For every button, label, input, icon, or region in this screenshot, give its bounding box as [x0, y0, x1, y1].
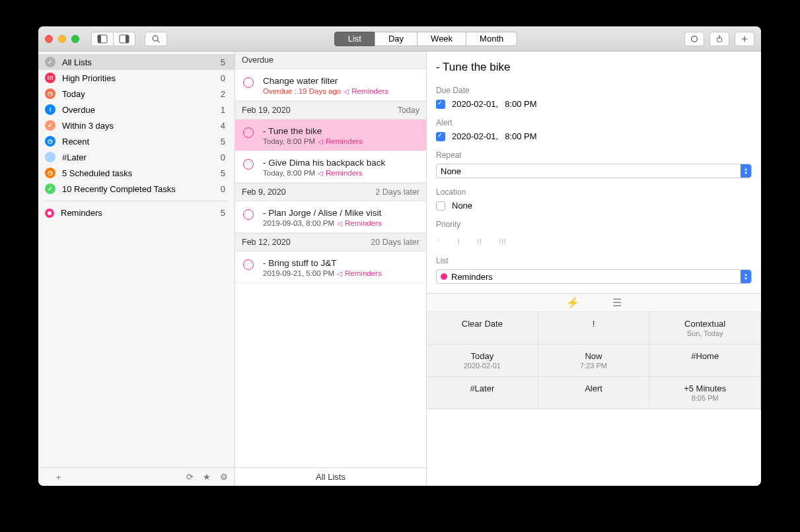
task-item-list[interactable]: Reminders: [345, 219, 382, 227]
sync-button[interactable]: [684, 32, 704, 46]
priority-field: Priority · ! !! !!!: [436, 220, 752, 251]
list-select[interactable]: Reminders ▲▼: [436, 269, 752, 284]
view-segmented-control: List Day Week Month: [334, 32, 518, 46]
priority-low[interactable]: !: [457, 237, 460, 247]
sidebar-item-label: #Later: [62, 152, 221, 162]
task-row[interactable]: - Plan Jorge / Alise / Mike visit 2019-0…: [235, 201, 426, 233]
due-time-value[interactable]: 8:00 PM: [505, 99, 536, 109]
quick-tabs: ⚡ ☰: [427, 294, 761, 312]
quick-cell--home[interactable]: #Home: [649, 345, 761, 377]
titlebar: List Day Week Month: [38, 26, 761, 51]
sidebar-item--later[interactable]: #Later 0: [38, 149, 235, 165]
close-button[interactable]: [45, 35, 53, 43]
task-title[interactable]: - Tune the bike: [427, 51, 761, 77]
refresh-button[interactable]: ⟳: [186, 472, 194, 482]
task-row[interactable]: Change water filter Overdue : 19 Days ag…: [235, 69, 426, 101]
sidebar-item-today[interactable]: ◷ Today 2: [38, 86, 235, 102]
view-week[interactable]: Week: [417, 32, 466, 46]
view-day[interactable]: Day: [375, 32, 418, 46]
sidebar-item-overdue[interactable]: ! Overdue 1: [38, 102, 235, 117]
task-complete-radio[interactable]: [243, 209, 254, 220]
sidebar-item-icon: !!!: [45, 73, 55, 83]
quick-cell--5-minutes[interactable]: +5 Minutes8:05 PM: [649, 377, 761, 409]
add-button[interactable]: [735, 32, 754, 46]
quick-cell-main: Clear Date: [429, 319, 535, 329]
task-item-list[interactable]: Reminders: [326, 169, 363, 177]
view-list[interactable]: List: [334, 32, 375, 46]
task-item-list[interactable]: Reminders: [351, 87, 388, 95]
quick-cell-today[interactable]: Today2020-02-01: [427, 345, 538, 377]
task-row[interactable]: - Give Dima his backpack back Today, 8:0…: [235, 151, 426, 183]
section-header: Feb 19, 2020Today: [235, 101, 426, 119]
task-item-list[interactable]: Reminders: [326, 137, 363, 145]
window-controls: [45, 35, 79, 43]
alert-label: Alert: [436, 118, 752, 127]
maximize-button[interactable]: [71, 35, 79, 43]
task-item-list[interactable]: Reminders: [345, 269, 382, 277]
sidebar-footer: ＋ ⟳ ★ ⚙: [38, 467, 235, 486]
sidebar-list-reminders[interactable]: Reminders 5: [38, 205, 235, 220]
quick-tab-lightning[interactable]: ⚡: [566, 296, 579, 309]
task-item-meta: Today, 8:00 PM ◁ Reminders: [263, 137, 419, 145]
quick-cell--[interactable]: !: [538, 312, 650, 345]
section-title: Overdue: [242, 55, 273, 65]
list-color-dot: [441, 273, 447, 280]
task-item-meta: Today, 8:00 PM ◁ Reminders: [263, 169, 419, 177]
priority-none[interactable]: ·: [437, 237, 440, 247]
add-list-button[interactable]: ＋: [54, 471, 63, 483]
sidebar-item-5-scheduled-tasks[interactable]: ◷ 5 Scheduled tasks 5: [38, 165, 235, 181]
sidebar-item-high-priorities[interactable]: !!! High Priorities 0: [38, 70, 235, 86]
sidebar-item-icon: ✓: [45, 120, 55, 131]
alert-checkbox[interactable]: [436, 132, 445, 141]
sidebar-item-10-recently-completed-tasks[interactable]: ✓ 10 Recently Completed Tasks 0: [38, 181, 235, 197]
sidebar-item-label: Within 3 days: [62, 121, 221, 131]
location-value: None: [452, 201, 472, 211]
minimize-button[interactable]: [58, 35, 66, 43]
share-button[interactable]: [709, 32, 729, 46]
location-checkbox[interactable]: [436, 201, 445, 211]
due-date-value[interactable]: 2020-02-01,: [452, 99, 498, 109]
task-item-meta: 2019-09-21, 5:00 PM ◁ Reminders: [263, 269, 419, 277]
quick-tab-list[interactable]: ☰: [612, 296, 622, 309]
priority-med[interactable]: !!: [477, 237, 482, 247]
settings-button[interactable]: ⚙: [220, 472, 228, 482]
alert-date-value[interactable]: 2020-02-01,: [452, 131, 498, 141]
task-list-footer[interactable]: All Lists: [235, 467, 426, 486]
task-complete-radio[interactable]: [243, 259, 254, 270]
priority-label: Priority: [436, 220, 752, 229]
view-month[interactable]: Month: [466, 32, 517, 46]
task-item-title: Change water filter: [263, 76, 419, 86]
task-row[interactable]: - Tune the bike Today, 8:00 PM ◁ Reminde…: [235, 119, 426, 151]
quick-cell--later[interactable]: #Later: [427, 377, 538, 409]
sidebar-item-within-3-days[interactable]: ✓ Within 3 days 4: [38, 117, 235, 133]
sidebar-right-toggle[interactable]: [113, 32, 135, 46]
priority-high[interactable]: !!!: [499, 237, 506, 247]
alert-field: Alert 2020-02-01, 8:00 PM: [436, 118, 752, 141]
repeat-select[interactable]: None ▲▼: [436, 164, 752, 178]
task-scroll[interactable]: Overdue Change water filter Overdue : 19…: [235, 51, 426, 467]
favorite-button[interactable]: ★: [203, 472, 211, 482]
task-complete-radio[interactable]: [243, 159, 254, 170]
search-button[interactable]: [145, 32, 167, 46]
due-date-checkbox[interactable]: [436, 100, 445, 109]
task-item-title: - Give Dima his backpack back: [263, 158, 419, 168]
task-complete-radio[interactable]: [243, 77, 254, 88]
sidebar-item-all-lists[interactable]: ✓ All Lists 5: [38, 54, 235, 70]
sidebar-item-recent[interactable]: ◷ Recent 5: [38, 133, 235, 149]
quick-cell-main: Alert: [541, 383, 647, 393]
quick-cell-now[interactable]: Now7:23 PM: [538, 345, 650, 377]
quick-cell-main: Today: [429, 351, 535, 361]
quick-cell-contextual[interactable]: ContextualSun, Today: [649, 312, 761, 345]
alert-time-value[interactable]: 8:00 PM: [505, 131, 536, 141]
task-item-title: - Tune the bike: [263, 126, 419, 136]
quick-cell-sub: 8:05 PM: [652, 394, 758, 402]
quick-cell-clear-date[interactable]: Clear Date: [427, 312, 538, 345]
sidebar-item-label: Today: [62, 89, 221, 99]
quick-cell-alert[interactable]: Alert: [538, 377, 650, 409]
repeat-label: Repeat: [436, 150, 752, 160]
task-complete-radio[interactable]: [243, 127, 254, 138]
due-date-field: Due Date 2020-02-01, 8:00 PM: [436, 86, 752, 109]
sidebar-item-icon: !: [45, 104, 55, 115]
task-row[interactable]: - Bring stuff to J&T 2019-09-21, 5:00 PM…: [235, 251, 426, 283]
sidebar-left-toggle[interactable]: [91, 32, 114, 46]
